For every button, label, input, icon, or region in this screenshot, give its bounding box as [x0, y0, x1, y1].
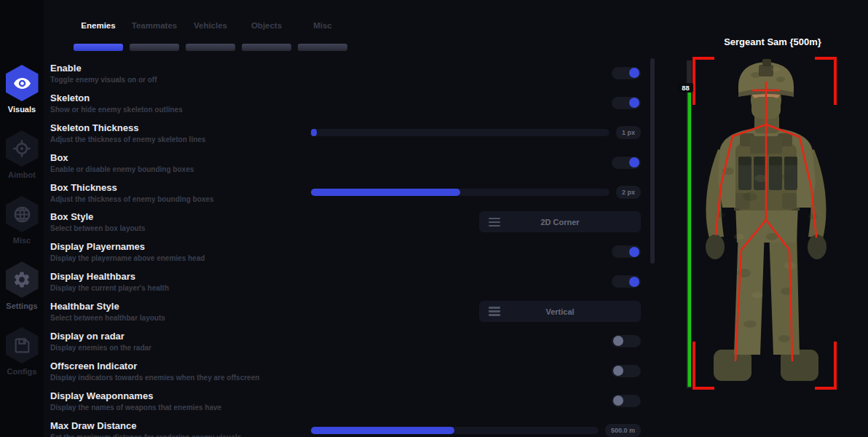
setting-description: Select between box layouts: [50, 224, 479, 232]
setting-text: Display HealthbarsDisplay the current pl…: [50, 271, 612, 292]
setting-row-enable: EnableToggle enemy visuals on or off: [44, 58, 663, 88]
skeleton-thickness-slider[interactable]: [311, 129, 609, 136]
settings-list: EnableToggle enemy visuals on or offSkel…: [44, 58, 663, 437]
skeleton-toggle[interactable]: [612, 97, 641, 109]
floppy-icon: [6, 327, 39, 363]
toggle-knob: [629, 98, 639, 108]
setting-text: Skeleton ThicknessAdjust the thickness o…: [50, 122, 311, 143]
setting-title: Max Draw Distance: [50, 420, 311, 431]
setting-title: Box Style: [50, 211, 479, 222]
setting-text: Display PlayernamesDisplay the playernam…: [50, 241, 612, 262]
tab-objects[interactable]: Objects: [242, 20, 291, 51]
slider-fill: [311, 189, 460, 196]
max-draw-distance-slider[interactable]: [311, 427, 599, 434]
sidebar-item-label: Visuals: [8, 105, 36, 114]
setting-text: BoxEnable or disable enemy bounding boxe…: [50, 152, 612, 173]
sidebar-item-label: Misc: [13, 236, 31, 245]
dropdown-selected-value: Vertical: [479, 307, 641, 316]
setting-text: EnableToggle enemy visuals on or off: [50, 63, 612, 84]
setting-row-box: BoxEnable or disable enemy bounding boxe…: [44, 148, 663, 178]
tab-enemies[interactable]: Enemies: [74, 20, 123, 51]
tab-label: Misc: [313, 20, 332, 31]
dropdown-selected-value: 2D Corner: [479, 218, 641, 227]
setting-description: Display enemies on the radar: [50, 344, 612, 352]
esp-preview-panel: Sergeant Sam {500m}: [677, 0, 868, 437]
setting-row-skeleton-thickness: Skeleton ThicknessAdjust the thickness o…: [44, 118, 663, 148]
enable-toggle[interactable]: [612, 67, 641, 79]
setting-text: Max Draw DistanceSet the maximum distanc…: [50, 420, 311, 437]
sidebar-item-visuals[interactable]: Visuals: [6, 65, 39, 114]
slider-value-badge: 1 px: [616, 126, 641, 139]
setting-text: Box StyleSelect between box layouts: [50, 211, 479, 232]
globe-icon: [6, 196, 39, 232]
box-style-dropdown[interactable]: 2D Corner: [479, 211, 641, 232]
esp-preview-render: 88: [677, 55, 868, 397]
tab-misc[interactable]: Misc: [298, 20, 347, 51]
sidebar-item-label: Configs: [7, 367, 37, 376]
sidebar-item-label: Aimbot: [8, 170, 36, 179]
tab-vehicles[interactable]: Vehicles: [186, 20, 235, 51]
setting-text: Offscreen IndicatorDisplay indicators to…: [50, 361, 612, 382]
toggle-knob: [629, 68, 639, 78]
sidebar-item-aimbot[interactable]: Aimbot: [6, 130, 39, 179]
box-thickness-slider[interactable]: [311, 189, 609, 196]
display-healthbars-toggle[interactable]: [612, 275, 641, 288]
setting-description: Enable or disable enemy bounding boxes: [50, 165, 612, 173]
setting-row-display-on-radar: Display on radarDisplay enemies on the r…: [44, 326, 663, 356]
health-value: 88: [682, 84, 690, 92]
tab-underline: [298, 44, 347, 51]
display-on-radar-toggle[interactable]: [612, 335, 641, 347]
offscreen-indicator-toggle[interactable]: [612, 365, 641, 377]
sidebar-item-settings[interactable]: Settings: [6, 261, 39, 310]
setting-title: Display Weaponnames: [50, 390, 612, 401]
setting-title: Display on radar: [50, 331, 612, 342]
setting-row-max-draw-distance: Max Draw DistanceSet the maximum distanc…: [44, 416, 663, 437]
setting-text: SkeletonShow or hide enemy skeleton outl…: [50, 92, 612, 114]
tab-label: Vehicles: [194, 20, 227, 31]
setting-title: Box Thickness: [50, 182, 311, 193]
setting-description: Display the names of weapons that enemie…: [50, 403, 612, 412]
setting-title: Enable: [50, 63, 612, 74]
setting-title: Offscreen Indicator: [50, 361, 612, 371]
setting-text: Display on radarDisplay enemies on the r…: [50, 331, 612, 352]
slider-fill: [311, 129, 317, 136]
setting-row-box-thickness: Box ThicknessAdjust the thickness of ene…: [44, 178, 663, 208]
slider-value-badge: 500.0 m: [605, 424, 641, 437]
healthbar-style-dropdown[interactable]: Vertical: [479, 301, 641, 322]
setting-row-skeleton: SkeletonShow or hide enemy skeleton outl…: [44, 88, 663, 118]
slider-fill: [311, 427, 454, 434]
tab-teammates[interactable]: Teammates: [130, 20, 179, 51]
sidebar-item-misc[interactable]: Misc: [6, 196, 39, 245]
tab-bar: EnemiesTeammatesVehiclesObjectsMisc: [74, 20, 347, 51]
gear-icon: [6, 261, 39, 298]
setting-text: Display WeaponnamesDisplay the names of …: [50, 390, 612, 412]
sidebar: VisualsAimbotMiscSettingsConfigs: [0, 0, 44, 437]
setting-title: Display Playernames: [50, 241, 612, 252]
setting-title: Healthbar Style: [50, 301, 479, 312]
box-toggle[interactable]: [612, 157, 641, 169]
display-weaponnames-toggle[interactable]: [612, 395, 641, 407]
setting-description: Adjust the thickness of enemy bounding b…: [50, 195, 311, 203]
tab-underline: [242, 44, 291, 51]
tab-label: Teammates: [132, 20, 177, 31]
setting-row-display-weaponnames: Display WeaponnamesDisplay the names of …: [44, 386, 663, 416]
toggle-knob: [629, 247, 639, 257]
setting-title: Skeleton: [50, 92, 612, 103]
crosshair-icon: [6, 130, 39, 167]
setting-row-offscreen-indicator: Offscreen IndicatorDisplay indicators to…: [44, 356, 663, 386]
sidebar-item-label: Settings: [6, 302, 37, 310]
setting-description: Adjust the thickness of enemy skeleton l…: [50, 135, 311, 143]
toggle-knob: [629, 277, 639, 287]
toggle-knob: [629, 157, 639, 168]
setting-description: Toggle enemy visuals on or off: [50, 76, 612, 84]
scrollbar[interactable]: [650, 58, 655, 264]
display-playernames-toggle[interactable]: [612, 245, 641, 258]
tab-label: Enemies: [81, 20, 115, 31]
eye-icon: [6, 65, 39, 101]
setting-row-display-healthbars: Display HealthbarsDisplay the current pl…: [44, 267, 663, 296]
slider-value-badge: 2 px: [616, 186, 641, 199]
preview-target-title: Sergeant Sam {500m}: [677, 36, 868, 47]
sidebar-item-configs[interactable]: Configs: [6, 327, 39, 376]
toggle-knob: [613, 336, 623, 346]
setting-title: Skeleton Thickness: [50, 122, 311, 133]
